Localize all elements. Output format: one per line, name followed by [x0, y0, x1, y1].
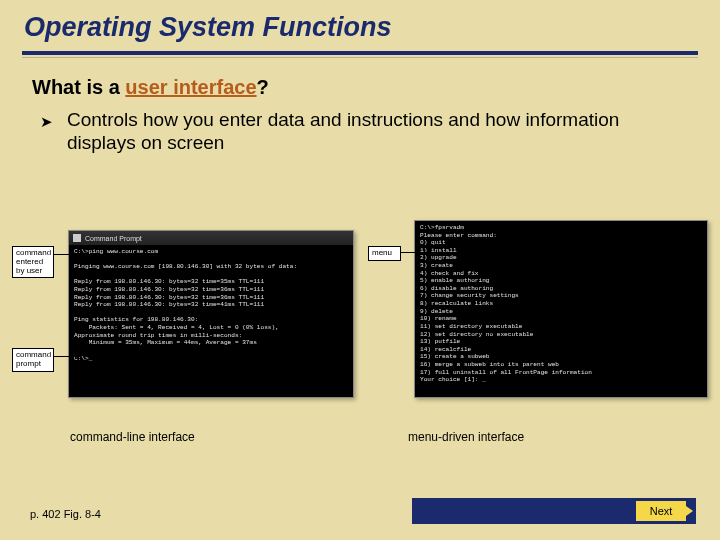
menu-screenshot: C:\>fpsrvadm Please enter command: 0) qu… — [414, 220, 708, 398]
question-keyword: user interface — [125, 76, 256, 98]
callout-connector — [54, 254, 78, 255]
callout-connector — [54, 356, 78, 357]
bullet-text: Controls how you enter data and instruct… — [67, 109, 692, 155]
question-heading: What is a user interface? — [32, 76, 692, 99]
callout-command-prompt: command prompt — [12, 348, 54, 372]
question-prefix: What is a — [32, 76, 125, 98]
callout-menu: menu — [368, 246, 401, 261]
page-title: Operating System Functions — [24, 12, 696, 43]
cli-window-title: Command Prompt — [85, 235, 142, 242]
title-rule — [22, 51, 698, 55]
menu-text: C:\>fpsrvadm Please enter command: 0) qu… — [415, 221, 707, 387]
chevron-icon: ➤ — [40, 113, 53, 131]
arrow-right-icon — [686, 506, 693, 516]
window-icon — [73, 234, 81, 242]
caption-menu: menu-driven interface — [408, 430, 524, 444]
caption-cli: command-line interface — [70, 430, 195, 444]
next-button[interactable]: Next — [636, 501, 686, 521]
callout-connector — [401, 252, 437, 253]
callout-command-entered: command entered by user — [12, 246, 54, 278]
illustration-area: Command Prompt C:\>ping www.course.com P… — [12, 220, 696, 420]
page-reference: p. 402 Fig. 8-4 — [30, 508, 101, 520]
cli-screenshot: Command Prompt C:\>ping www.course.com P… — [68, 230, 354, 398]
question-suffix: ? — [257, 76, 269, 98]
next-label: Next — [650, 505, 673, 517]
cli-text: C:\>ping www.course.com Pinging www.cour… — [69, 245, 353, 365]
